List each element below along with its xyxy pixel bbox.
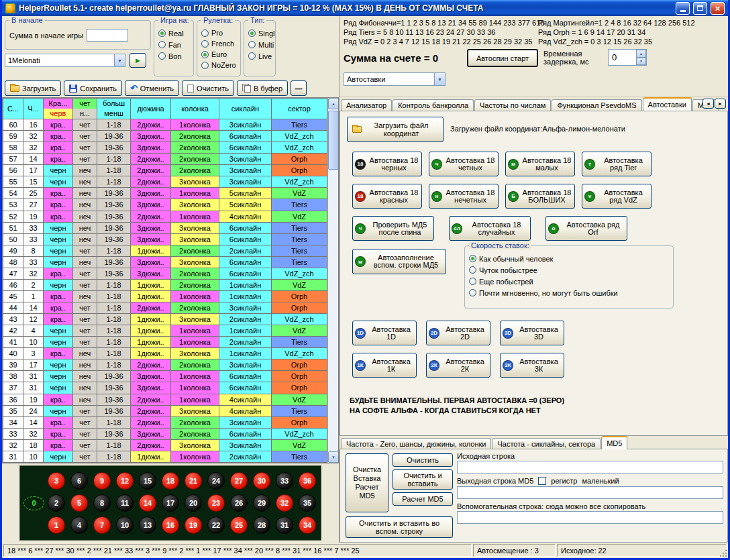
table-row[interactable]: 3218кра..чет1-182дюжи..3колонка3сиклайнV… bbox=[3, 439, 327, 451]
board-number[interactable]: 7 bbox=[93, 516, 111, 534]
tab-freq-chances[interactable]: Частота - Zero, шансы, дюжины, колонки bbox=[341, 438, 491, 449]
md5-stack-button[interactable]: Очистка Вставка Расчет MD5 bbox=[346, 453, 388, 512]
board-number[interactable]: 26 bbox=[230, 494, 248, 512]
register-checkbox[interactable] bbox=[538, 477, 546, 485]
autobet-button[interactable]: БАвтоставка 18 БОЛЬШИХ bbox=[505, 184, 575, 209]
table-row[interactable]: 3414кра..чет1-182дюжи..2колонка3сиклайнO… bbox=[3, 416, 327, 428]
table-row[interactable]: 4732кра..чет19-363дюжи..2колонка6сиклайн… bbox=[3, 268, 327, 279]
chevron-down-icon[interactable]: ▼ bbox=[434, 73, 445, 85]
tab-bankroll[interactable]: Контроль банкролла bbox=[393, 99, 474, 111]
load-button[interactable]: Загрузить bbox=[5, 80, 61, 96]
board-number[interactable]: 14 bbox=[139, 494, 156, 512]
board-number[interactable]: 19 bbox=[185, 516, 202, 534]
board-number[interactable]: 28 bbox=[253, 516, 270, 534]
table-row[interactable]: 3619кра..неч19-362дюжи..1колонка4сиклайн… bbox=[3, 394, 327, 405]
radio-french[interactable]: French bbox=[201, 38, 238, 49]
autobet-button[interactable]: мАвтозаполнение вспом. строки МД5 bbox=[352, 249, 446, 274]
board-number[interactable]: 16 bbox=[162, 516, 179, 534]
table-scrollbar[interactable]: ▲ ▼ bbox=[327, 98, 338, 463]
md5-output-input[interactable] bbox=[457, 486, 723, 499]
table-row[interactable]: 3831черннеч19-363дюжи..1колонка6сиклайнO… bbox=[3, 371, 327, 382]
preset-combobox[interactable]: 1Melonati ▼ bbox=[5, 54, 125, 67]
md5-clear-paste-button[interactable]: Очистить и вставить bbox=[393, 469, 453, 490]
table-row[interactable]: 424чернчет1-181дюжи..1колонка1сиклайнVdZ bbox=[3, 325, 327, 337]
board-number-zero[interactable]: 0 bbox=[23, 496, 44, 510]
autobet-button[interactable]: слАвтоставка 18 случайных bbox=[449, 216, 531, 241]
radio-nozero[interactable]: NoZero bbox=[201, 60, 238, 70]
board-number[interactable]: 2 bbox=[48, 494, 65, 512]
autobet-button[interactable]: 18Автоставка 18 красных bbox=[352, 184, 422, 209]
board-number[interactable]: 23 bbox=[207, 494, 225, 512]
minimize-button[interactable] bbox=[676, 2, 690, 15]
md5-clear-button[interactable]: Очистить bbox=[393, 453, 453, 467]
table-row[interactable]: 4414кра..чет1-182дюжи..2колонка3сиклайнO… bbox=[3, 302, 327, 314]
autobet-button[interactable]: чАвтоставка 18 четных bbox=[429, 152, 499, 176]
radio-speed-instant[interactable]: Почти мгновенно, но могут быть ошибки bbox=[469, 287, 671, 298]
table-row[interactable]: 6016кра..чет1-182дюжи..1колонка3сиклайнT… bbox=[3, 119, 327, 131]
radio-bon[interactable]: Bon bbox=[158, 50, 191, 62]
table-row[interactable]: 462чернчет1-181дюжи..2колонка1сиклайнVdZ bbox=[3, 279, 327, 290]
board-number[interactable]: 10 bbox=[116, 516, 134, 534]
table-row[interactable]: 3731черннеч19-363дюжи..1колонка6сиклайнO… bbox=[3, 382, 327, 394]
load-coords-file-button[interactable]: Загрузить файл координат bbox=[347, 117, 444, 142]
board-number[interactable]: 17 bbox=[162, 494, 179, 512]
clear-button[interactable]: Очистить bbox=[182, 80, 234, 96]
table-row[interactable]: 3332кра..чет19-363дюжи..2колонка6сиклайн… bbox=[3, 428, 327, 439]
board-number[interactable]: 24 bbox=[207, 472, 225, 490]
table-row[interactable]: 5425кра..неч19-363дюжи..1колонка5сиклайн… bbox=[3, 188, 327, 199]
board-number[interactable]: 31 bbox=[276, 516, 293, 534]
radio-singl[interactable]: Singl bbox=[248, 27, 273, 39]
tab-scroll-right-icon[interactable]: ► bbox=[715, 99, 726, 109]
tab-scroll-left-icon[interactable]: ◄ bbox=[702, 99, 714, 109]
radio-speed-normal[interactable]: Как обычный человек bbox=[469, 253, 671, 264]
tab-analyzer[interactable]: Анализатор bbox=[341, 99, 392, 111]
md5-helper-input[interactable] bbox=[457, 511, 723, 524]
tab-psevdoms[interactable]: Функционал PsevdoMS bbox=[552, 99, 641, 111]
board-number[interactable]: 35 bbox=[299, 494, 316, 512]
tab-freq-sixlines[interactable]: Частота - сиклайны, сектора bbox=[492, 438, 601, 449]
table-row[interactable]: 5617черннеч1-182дюжи..2колонка3сиклайнOr… bbox=[3, 165, 327, 176]
board-number[interactable]: 5 bbox=[70, 494, 88, 512]
radio-multi[interactable]: Multi bbox=[248, 39, 273, 50]
board-number[interactable]: 34 bbox=[299, 516, 316, 534]
board-number[interactable]: 13 bbox=[139, 516, 156, 534]
save-button[interactable]: Сохранить bbox=[64, 80, 122, 96]
table-row[interactable]: 5515черннеч1-182дюжи..3колонка3сиклайнVd… bbox=[3, 176, 327, 188]
radio-euro[interactable]: Euro bbox=[201, 49, 238, 60]
table-row[interactable]: 3917черннеч1-182дюжи..2колонка3сиклайнOr… bbox=[3, 359, 327, 371]
board-number[interactable]: 21 bbox=[185, 472, 202, 490]
board-number[interactable]: 4 bbox=[70, 516, 88, 534]
autobet-button[interactable]: тАвтоставка ряд Tier bbox=[582, 152, 651, 176]
autobet-button[interactable]: 3DАвтоставка 3D bbox=[500, 321, 564, 345]
scroll-down-icon[interactable]: ▼ bbox=[328, 451, 339, 463]
board-number[interactable]: 27 bbox=[230, 472, 248, 490]
radio-speed-faster[interactable]: Чуток побыстрее bbox=[469, 264, 671, 276]
board-number[interactable]: 15 bbox=[139, 472, 156, 490]
autobet-button[interactable]: нАвтоставка 18 нечетных bbox=[429, 184, 499, 209]
tab-frequencies[interactable]: Частоты по числам bbox=[474, 99, 551, 111]
table-row[interactable]: 4833черннеч19-363дюжи..3колонка6сиклайнT… bbox=[3, 256, 327, 268]
autobet-button[interactable]: оАвтоставка ряд Orf bbox=[545, 216, 627, 241]
board-number[interactable]: 25 bbox=[230, 516, 248, 534]
table-row[interactable]: 5932кра..чет19-363дюжи..2колонка6сиклайн… bbox=[3, 131, 327, 142]
board-number[interactable]: 18 bbox=[162, 472, 179, 490]
board-number[interactable]: 6 bbox=[70, 472, 88, 490]
board-number[interactable]: 8 bbox=[93, 494, 111, 512]
resize-grip[interactable] bbox=[719, 549, 727, 557]
scroll-up-icon[interactable]: ▲ bbox=[328, 98, 339, 109]
chevron-down-icon[interactable]: ▼ bbox=[114, 54, 125, 66]
autospin-start-button[interactable]: Автоспин старт bbox=[467, 49, 538, 67]
table-row[interactable]: 403кра..неч1-181дюжи..3колонка1сиклайнVd… bbox=[3, 348, 327, 359]
spinner-down-icon[interactable]: ▼ bbox=[636, 58, 646, 66]
board-number[interactable]: 3 bbox=[48, 472, 65, 490]
radio-fan[interactable]: Fan bbox=[158, 39, 191, 50]
md5-source-input[interactable] bbox=[457, 461, 723, 473]
radio-pro[interactable]: Pro bbox=[201, 27, 238, 38]
board-number[interactable]: 33 bbox=[276, 472, 293, 490]
delay-spinner[interactable]: 0 ▲ ▼ bbox=[608, 49, 647, 66]
board-number[interactable]: 11 bbox=[116, 494, 134, 512]
autobet-button[interactable]: 1КАвтоставка 1К bbox=[352, 353, 417, 378]
radio-speed-even-faster[interactable]: Еще побыстрей bbox=[469, 276, 671, 287]
board-number[interactable]: 20 bbox=[185, 494, 202, 512]
table-row[interactable]: 5327кра..неч19-363дюжи..3колонка5сиклайн… bbox=[3, 199, 327, 211]
